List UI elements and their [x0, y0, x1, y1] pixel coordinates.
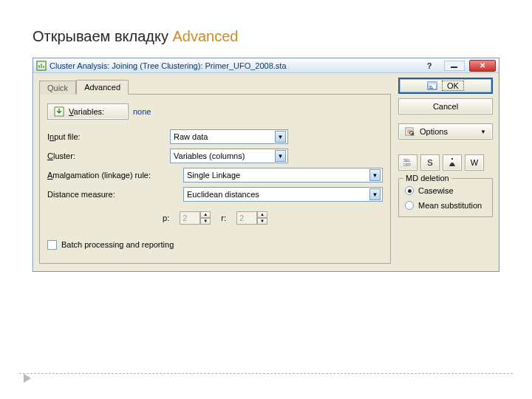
- p-spinner[interactable]: ▲▼: [180, 211, 211, 225]
- spin-down-icon[interactable]: ▼: [200, 218, 211, 225]
- w-button[interactable]: W: [465, 154, 484, 171]
- r-input: [236, 211, 257, 225]
- batch-checkbox[interactable]: [47, 240, 57, 250]
- chevron-down-icon: ▼: [480, 129, 486, 135]
- s-button[interactable]: S: [420, 154, 440, 171]
- options-label: Options: [420, 127, 448, 136]
- right-pane: OK Cancel Options ▼ SELOFF S W: [398, 78, 493, 264]
- titlebar: Cluster Analysis: Joining (Tree Clusteri…: [33, 58, 499, 73]
- play-icon: [24, 374, 31, 383]
- chevron-down-icon: ▼: [369, 188, 381, 200]
- linkage-value: Single Linkage: [187, 171, 240, 180]
- app-icon: [36, 61, 47, 71]
- slide-title-prefix: Открываем вкладку: [33, 28, 173, 44]
- weight-icon: [447, 157, 457, 168]
- r-label: r:: [221, 214, 226, 222]
- cluster-combo[interactable]: Variables (columns) ▼: [170, 149, 288, 163]
- slide-title: Открываем вкладку Advanced: [33, 28, 238, 45]
- window-title: Cluster Analysis: Joining (Tree Clusteri…: [50, 61, 287, 70]
- linkage-label: Amalgamation (linkage) rule:: [47, 171, 179, 180]
- mean-radio[interactable]: [405, 201, 414, 210]
- options-button[interactable]: Options ▼: [398, 123, 493, 140]
- p-input: [180, 211, 200, 225]
- casewise-label: Casewise: [418, 186, 454, 195]
- cancel-button[interactable]: Cancel: [398, 98, 493, 115]
- svg-rect-6: [429, 88, 433, 89]
- batch-label: Batch processing and reporting: [61, 240, 174, 249]
- tab-strip: Quick Advanced: [39, 78, 391, 94]
- variables-button-label: ariables:: [74, 107, 105, 116]
- input-file-combo[interactable]: Raw data ▼: [170, 129, 288, 144]
- variables-value[interactable]: none: [133, 107, 151, 116]
- svg-rect-4: [428, 82, 437, 84]
- chevron-down-icon: ▼: [275, 150, 286, 162]
- input-file-value: Raw data: [174, 132, 208, 141]
- syntax-button[interactable]: SELOFF: [398, 154, 417, 171]
- close-button[interactable]: ✕: [469, 60, 496, 72]
- svg-text:OFF: OFF: [403, 163, 411, 167]
- ok-button[interactable]: OK: [398, 78, 493, 94]
- variables-button[interactable]: Variables:: [47, 103, 129, 120]
- syntax-icon: SELOFF: [403, 157, 413, 168]
- options-icon: [405, 126, 415, 137]
- tab-quick[interactable]: Quick: [39, 81, 76, 95]
- casewise-radio[interactable]: [405, 186, 414, 195]
- help-button[interactable]: ?: [419, 61, 440, 71]
- r-spinner[interactable]: ▲▼: [236, 211, 267, 225]
- slide-divider: [19, 373, 513, 374]
- svg-rect-1: [451, 66, 457, 68]
- minimize-button[interactable]: [444, 61, 465, 71]
- spin-down-icon[interactable]: ▼: [257, 218, 267, 225]
- input-file-label: Input file:: [47, 132, 166, 141]
- md-deletion-group: MD deletion Casewise Mean substitution: [398, 178, 493, 217]
- left-pane: Quick Advanced Variables: none Input fil…: [39, 78, 398, 264]
- cluster-label: Cluster:: [47, 151, 166, 160]
- weight-button[interactable]: [443, 154, 462, 171]
- minimize-icon: [450, 63, 459, 69]
- chevron-down-icon: ▼: [275, 131, 286, 143]
- ok-label: OK: [442, 81, 464, 91]
- linkage-combo[interactable]: Single Linkage ▼: [183, 168, 383, 183]
- summary-icon: [427, 81, 437, 91]
- slide-title-highlight: Advanced: [173, 28, 239, 44]
- svg-rect-5: [429, 86, 432, 87]
- distance-value: Euclidean distances: [187, 190, 259, 199]
- mean-label: Mean substitution: [418, 201, 482, 211]
- chevron-down-icon: ▼: [369, 169, 381, 181]
- tab-advanced-page: Variables: none Input file: Raw data ▼ C…: [39, 94, 391, 264]
- p-label: p:: [163, 214, 169, 222]
- cluster-value: Variables (columns): [174, 151, 245, 160]
- spin-up-icon[interactable]: ▲: [200, 211, 211, 218]
- dialog-window: Cluster Analysis: Joining (Tree Clusteri…: [33, 58, 499, 272]
- svg-rect-11: [451, 158, 453, 160]
- distance-combo[interactable]: Euclidean distances ▼: [183, 187, 383, 202]
- distance-label: Distance measure:: [47, 190, 179, 199]
- window-controls: ? ✕: [419, 60, 496, 72]
- tab-advanced[interactable]: Advanced: [76, 80, 129, 95]
- variables-icon: [54, 106, 64, 117]
- md-legend: MD deletion: [403, 174, 451, 183]
- spin-up-icon[interactable]: ▲: [257, 211, 267, 218]
